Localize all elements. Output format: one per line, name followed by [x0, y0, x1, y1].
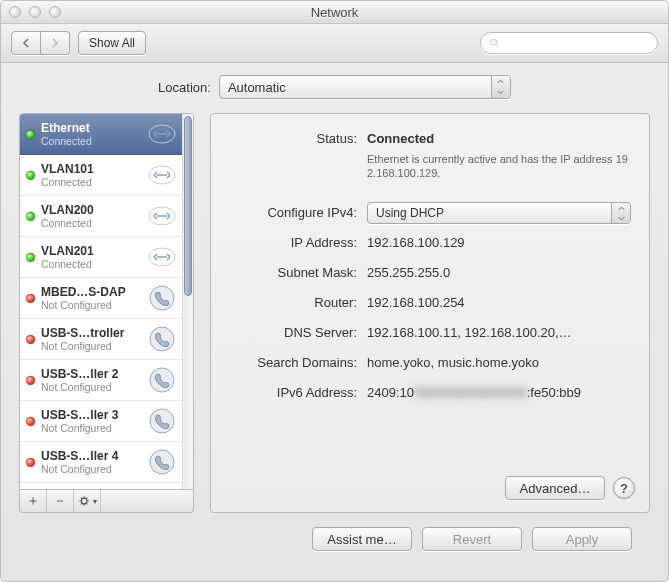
sidebar-item-sub: Not Configured — [41, 299, 141, 311]
content-area: Location: Automatic EthernetConnectedVLA… — [1, 63, 668, 551]
phone-icon — [147, 365, 177, 395]
status-description: Ethernet is currently active and has the… — [367, 152, 631, 180]
sidebar-item-text: USB-S…ller 2Not Configured — [41, 367, 141, 393]
svg-point-0 — [491, 39, 497, 45]
sidebar-item-mbed-s-dap[interactable]: MBED…S-DAPNot Configured — [20, 278, 183, 319]
zoom-window-button[interactable] — [49, 6, 61, 18]
router-value: 192.168.100.254 — [367, 292, 631, 314]
chevron-right-icon — [50, 38, 60, 48]
sidebar-item-ethernet[interactable]: EthernetConnected — [20, 114, 183, 155]
sidebar-item-usb-s-troller[interactable]: USB-S…trollerNot Configured — [20, 319, 183, 360]
back-button[interactable] — [11, 31, 41, 55]
router-label: Router: — [229, 292, 367, 314]
location-value: Automatic — [228, 80, 286, 95]
ethernet-icon — [147, 201, 177, 231]
status-led-icon — [26, 335, 35, 344]
sidebar-item-vlan101[interactable]: VLAN101Connected — [20, 155, 183, 196]
phone-icon — [147, 447, 177, 477]
sidebar-item-usb-s-ller-4[interactable]: USB-S…ller 4Not Configured — [20, 442, 183, 483]
configure-ipv4-label: Configure IPv4: — [229, 202, 367, 224]
sidebar-item-text: MBED…S-DAPNot Configured — [41, 285, 141, 311]
apply-button[interactable]: Apply — [532, 527, 632, 551]
sidebar-item-vlan200[interactable]: VLAN200Connected — [20, 196, 183, 237]
status-led-icon — [26, 417, 35, 426]
sidebar-item-usb-s-ller-3[interactable]: USB-S…ller 3Not Configured — [20, 401, 183, 442]
subnet-mask-value: 255.255.255.0 — [367, 262, 631, 284]
sidebar-item-text: USB-S…ller 4Not Configured — [41, 449, 141, 475]
sidebar-footer: ＋ － ▾ — [19, 490, 194, 513]
ipv6-prefix: 2409:10 — [367, 385, 414, 400]
close-window-button[interactable] — [9, 6, 21, 18]
status-led-icon — [26, 212, 35, 221]
service-details-panel: Status: Connected Ethernet is currently … — [210, 113, 650, 513]
status-led-icon — [26, 458, 35, 467]
sidebar-item-sub: Not Configured — [41, 381, 141, 393]
status-led-icon — [26, 171, 35, 180]
sidebar-scrollbar[interactable] — [182, 114, 193, 489]
sidebar-item-sub: Connected — [41, 176, 141, 188]
sidebar-item-usb-s-ller-2[interactable]: USB-S…ller 2Not Configured — [20, 360, 183, 401]
traffic-lights — [9, 6, 61, 18]
dns-server-label: DNS Server: — [229, 322, 367, 344]
sidebar-item-sub: Not Configured — [41, 422, 141, 434]
revert-button[interactable]: Revert — [422, 527, 522, 551]
advanced-button[interactable]: Advanced… — [505, 476, 605, 500]
forward-button[interactable] — [41, 31, 70, 55]
sidebar-item-sub: Not Configured — [41, 463, 141, 475]
svg-line-1 — [496, 45, 498, 47]
configure-ipv4-value: Using DHCP — [376, 202, 444, 224]
configure-ipv4-select[interactable]: Using DHCP — [367, 202, 631, 224]
remove-service-button[interactable]: － — [47, 490, 74, 512]
location-select[interactable]: Automatic — [219, 75, 511, 99]
scrollbar-thumb[interactable] — [184, 116, 192, 296]
location-label: Location: — [158, 80, 211, 95]
toolbar: Show All — [1, 24, 668, 63]
help-button[interactable]: ? — [613, 477, 635, 499]
action-menu-button[interactable]: ▾ — [74, 490, 101, 512]
sidebar-item-name: USB-S…ller 3 — [41, 408, 141, 422]
sidebar-item-name: USB-S…troller — [41, 326, 141, 340]
sidebar-item-text: USB-S…ller 3Not Configured — [41, 408, 141, 434]
sidebar-item-name: VLAN200 — [41, 203, 141, 217]
status-led-icon — [26, 376, 35, 385]
status-led-icon — [26, 130, 35, 139]
gear-icon — [78, 494, 92, 508]
sidebar-item-text: USB-S…trollerNot Configured — [41, 326, 141, 352]
svg-point-2 — [81, 498, 87, 504]
main-columns: EthernetConnectedVLAN101ConnectedVLAN200… — [19, 113, 650, 513]
sidebar-item-vlan201[interactable]: VLAN201Connected — [20, 237, 183, 278]
ipv6-address-value: 2409:10XXXXXXXXXXXXX:fe50:bb9 — [367, 382, 631, 404]
phone-icon — [147, 283, 177, 313]
services-list[interactable]: EthernetConnectedVLAN101ConnectedVLAN200… — [19, 113, 194, 490]
location-row: Location: Automatic — [19, 75, 650, 99]
sidebar-item-text: VLAN201Connected — [41, 244, 141, 270]
sidebar-item-name: MBED…S-DAP — [41, 285, 141, 299]
subnet-mask-label: Subnet Mask: — [229, 262, 367, 284]
minimize-window-button[interactable] — [29, 6, 41, 18]
sidebar-item-text: EthernetConnected — [41, 121, 141, 147]
window-title: Network — [1, 5, 668, 20]
status-led-icon — [26, 253, 35, 262]
search-domains-label: Search Domains: — [229, 352, 367, 374]
sidebar-item-name: USB-S…ller 4 — [41, 449, 141, 463]
ethernet-icon — [147, 242, 177, 272]
ipv6-redacted: XXXXXXXXXXXXX — [414, 385, 527, 400]
add-service-button[interactable]: ＋ — [20, 490, 47, 512]
svg-line-7 — [80, 498, 81, 499]
assist-me-button[interactable]: Assist me… — [312, 527, 412, 551]
search-field[interactable] — [480, 32, 658, 54]
chevron-left-icon — [21, 38, 31, 48]
search-icon — [489, 37, 500, 49]
sidebar-item-sub: Connected — [41, 135, 141, 147]
search-input[interactable] — [504, 35, 649, 51]
sidebar-item-name: VLAN201 — [41, 244, 141, 258]
network-prefpane-window: Network Show All Location: Automatic — [0, 0, 669, 582]
svg-line-10 — [86, 498, 87, 499]
svg-line-9 — [80, 503, 81, 504]
show-all-button[interactable]: Show All — [78, 31, 146, 55]
svg-line-8 — [86, 503, 87, 504]
nav-segmented — [11, 31, 70, 55]
phone-icon — [147, 406, 177, 436]
sidebar-item-text: VLAN200Connected — [41, 203, 141, 229]
services-sidebar: EthernetConnectedVLAN101ConnectedVLAN200… — [19, 113, 194, 513]
